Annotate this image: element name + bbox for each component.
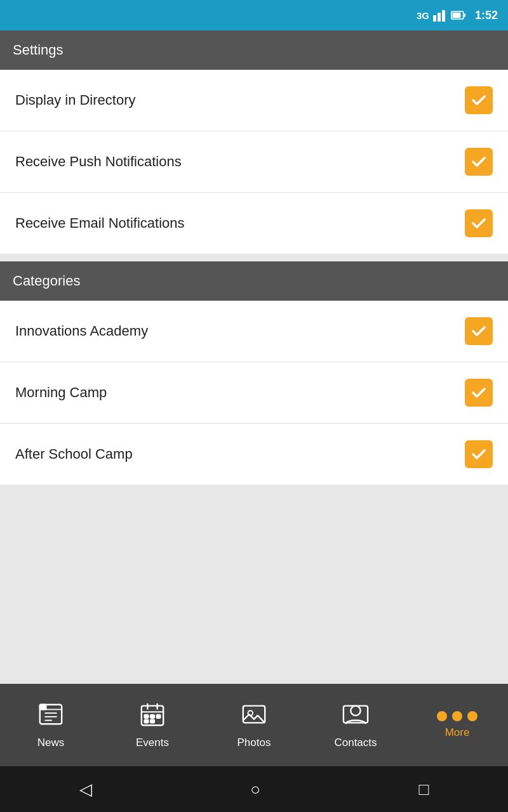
category-item-after-school-camp[interactable]: After School Camp xyxy=(0,424,508,485)
svg-rect-2 xyxy=(442,10,445,22)
category-item-innovations-academy[interactable]: Innovations Academy xyxy=(0,301,508,362)
clock: 1:52 xyxy=(475,9,498,22)
recents-button[interactable]: □ xyxy=(413,773,436,806)
svg-rect-1 xyxy=(438,13,441,22)
settings-title: Settings xyxy=(13,42,64,58)
signal-icon: 3G xyxy=(417,10,429,21)
categories-section: Categories Innovations Academy Morning C… xyxy=(0,261,508,485)
settings-item-display-directory[interactable]: Display in Directory xyxy=(0,70,508,131)
events-svg-icon xyxy=(139,701,166,728)
svg-rect-11 xyxy=(40,705,46,710)
svg-point-23 xyxy=(351,706,360,716)
svg-rect-19 xyxy=(145,720,149,723)
check-icon xyxy=(470,91,488,109)
svg-rect-4 xyxy=(453,13,461,18)
svg-rect-5 xyxy=(464,13,466,16)
svg-rect-0 xyxy=(433,15,436,22)
photos-icon xyxy=(241,701,267,731)
display-directory-checkbox[interactable] xyxy=(465,86,493,114)
contacts-label: Contacts xyxy=(334,737,377,749)
news-icon xyxy=(37,701,64,731)
contacts-svg-icon xyxy=(342,701,369,728)
svg-rect-17 xyxy=(150,715,154,718)
more-label: More xyxy=(445,726,470,739)
news-label: News xyxy=(37,737,65,749)
check-icon xyxy=(470,384,488,402)
innovations-academy-label: Innovations Academy xyxy=(15,323,148,339)
nav-item-photos[interactable]: Photos xyxy=(203,701,305,749)
display-directory-label: Display in Directory xyxy=(15,92,136,108)
after-school-camp-label: After School Camp xyxy=(15,446,133,462)
bottom-nav: News Events Photos xyxy=(0,684,508,766)
morning-camp-label: Morning Camp xyxy=(15,384,107,401)
category-item-morning-camp[interactable]: Morning Camp xyxy=(0,362,508,424)
svg-rect-20 xyxy=(150,720,154,723)
settings-item-push-notifications[interactable]: Receive Push Notifications xyxy=(0,131,508,193)
categories-title: Categories xyxy=(13,273,80,289)
main-content: Settings Display in Directory Receive Pu… xyxy=(0,30,508,684)
push-notifications-checkbox[interactable] xyxy=(465,148,493,176)
nav-item-events[interactable]: Events xyxy=(102,701,203,749)
settings-item-email-notifications[interactable]: Receive Email Notifications xyxy=(0,193,508,254)
check-icon xyxy=(470,322,488,340)
dot-1 xyxy=(437,711,447,721)
after-school-camp-checkbox[interactable] xyxy=(465,440,493,468)
status-icons: 3G 1:52 xyxy=(417,9,498,22)
dot-3 xyxy=(467,711,478,721)
svg-rect-18 xyxy=(157,715,161,718)
categories-header: Categories xyxy=(0,261,508,301)
nav-item-more[interactable]: More xyxy=(406,711,508,739)
events-icon xyxy=(139,701,166,731)
check-icon xyxy=(470,153,488,171)
back-button[interactable]: ◁ xyxy=(73,773,98,806)
check-icon xyxy=(470,214,488,232)
photos-label: Photos xyxy=(237,737,271,749)
signal-bars-icon xyxy=(433,9,447,22)
morning-camp-checkbox[interactable] xyxy=(465,379,493,407)
nav-item-contacts[interactable]: Contacts xyxy=(305,701,406,749)
innovations-academy-checkbox[interactable] xyxy=(465,317,493,345)
battery-icon xyxy=(451,10,466,21)
events-label: Events xyxy=(136,737,169,749)
home-button[interactable]: ○ xyxy=(244,773,267,806)
email-notifications-label: Receive Email Notifications xyxy=(15,215,185,232)
contacts-icon xyxy=(342,701,369,731)
photos-svg-icon xyxy=(241,701,267,728)
dot-2 xyxy=(452,711,462,721)
svg-rect-16 xyxy=(145,715,149,718)
news-svg-icon xyxy=(37,701,64,728)
more-dots-icon xyxy=(437,711,478,721)
android-nav-bar: ◁ ○ □ xyxy=(0,766,508,812)
email-notifications-checkbox[interactable] xyxy=(465,209,493,237)
nav-item-news[interactable]: News xyxy=(0,701,102,749)
settings-header: Settings xyxy=(0,30,508,70)
categories-list: Innovations Academy Morning Camp Aft xyxy=(0,301,508,485)
settings-list: Display in Directory Receive Push Notifi… xyxy=(0,70,508,254)
check-icon xyxy=(470,445,488,463)
status-bar: 3G 1:52 xyxy=(0,0,508,30)
push-notifications-label: Receive Push Notifications xyxy=(15,154,182,170)
